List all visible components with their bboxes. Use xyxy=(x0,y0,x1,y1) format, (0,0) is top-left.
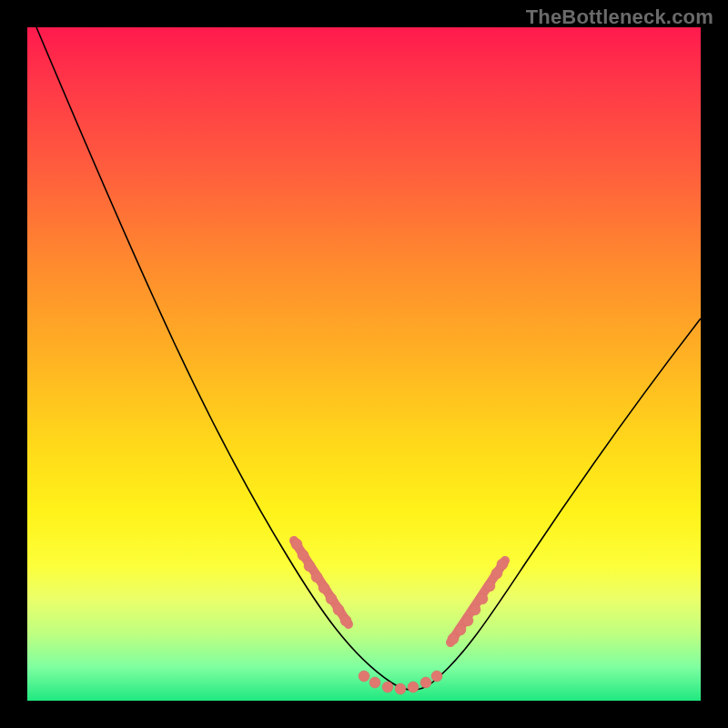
marker-dot xyxy=(298,550,308,561)
marker-dot xyxy=(318,582,329,593)
marker-dot xyxy=(340,615,351,626)
marker-dot xyxy=(382,682,393,693)
left-marker-cluster xyxy=(291,539,351,626)
marker-dot xyxy=(484,581,495,592)
marker-dot xyxy=(408,682,419,693)
marker-dot xyxy=(497,559,508,570)
marker-dot xyxy=(431,671,442,682)
marker-dot xyxy=(470,604,480,615)
marker-dot xyxy=(326,593,337,604)
valley-marker-cluster xyxy=(359,671,442,694)
marker-dot xyxy=(369,677,380,688)
marker-dot xyxy=(448,633,459,644)
right-marker-cluster xyxy=(448,559,508,644)
watermark-text: TheBottleneck.com xyxy=(526,5,713,29)
bottleneck-curve xyxy=(36,27,701,690)
marker-dot xyxy=(333,604,344,615)
chart-svg xyxy=(27,27,701,701)
marker-dot xyxy=(477,593,488,604)
marker-dot xyxy=(359,671,369,682)
marker-dot xyxy=(395,683,406,694)
marker-dot xyxy=(304,561,315,571)
marker-dot xyxy=(420,677,431,688)
marker-dot xyxy=(462,615,473,626)
marker-dot xyxy=(455,624,466,635)
marker-dot xyxy=(291,539,302,550)
marker-dot xyxy=(311,571,322,582)
